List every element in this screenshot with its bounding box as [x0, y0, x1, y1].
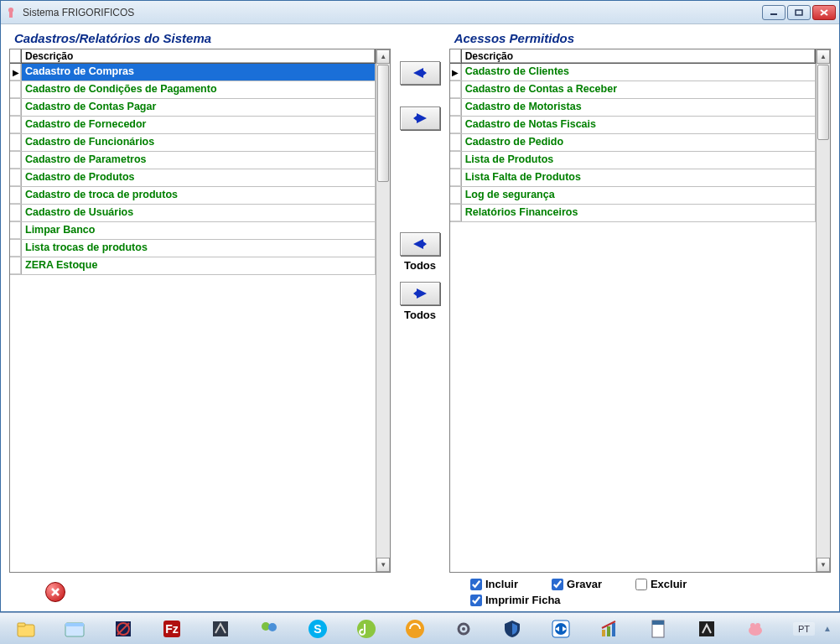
- taskbar-shield-icon[interactable]: [490, 615, 535, 643]
- excluir-checkbox[interactable]: Excluir: [635, 578, 687, 590]
- list-item[interactable]: Lista de Produtos: [450, 152, 816, 169]
- taskbar-app4-icon[interactable]: [684, 615, 729, 643]
- taskbar-chart-icon[interactable]: [587, 615, 632, 643]
- row-label: Cadastro de Contas a Receber: [462, 81, 816, 98]
- row-marker: [450, 117, 462, 133]
- taskbar[interactable]: Fz S PT ▲: [0, 612, 840, 644]
- incluir-checkbox[interactable]: Incluir: [470, 578, 518, 590]
- list-item[interactable]: Cadastro de Motoristas: [450, 99, 816, 117]
- list-item[interactable]: Cadastro de Parametros: [10, 152, 376, 169]
- taskbar-doc-icon[interactable]: [635, 615, 681, 643]
- taskbar-explorer-icon[interactable]: [3, 615, 49, 643]
- list-item[interactable]: Limpar Banco: [10, 222, 376, 240]
- list-item[interactable]: Lista trocas de produtos: [10, 240, 376, 257]
- scroll-thumb[interactable]: [377, 65, 389, 182]
- maximize-button[interactable]: [787, 5, 811, 20]
- svg-rect-36: [612, 623, 615, 636]
- list-item[interactable]: Cadastro de troca de produtos: [10, 187, 376, 205]
- imprimir-checkbox[interactable]: Imprimir Ficha: [470, 594, 822, 606]
- scroll-down-icon[interactable]: ▼: [817, 558, 830, 572]
- right-scrollbar[interactable]: ▲ ▼: [816, 49, 830, 572]
- window-title: Sistema FRIGORIFICOS: [23, 7, 762, 18]
- move-all-left-button[interactable]: [400, 282, 440, 305]
- left-panel: Cadastros/Relatórios do Sistema Descriçã…: [9, 29, 391, 573]
- exit-button[interactable]: [45, 582, 65, 602]
- scroll-up-icon[interactable]: ▲: [376, 49, 390, 64]
- row-marker: [10, 134, 22, 151]
- tray-expand-icon[interactable]: ▲: [823, 624, 832, 633]
- right-panel-title: Acessos Permitidos: [449, 29, 831, 49]
- list-item[interactable]: Cadastro de Notas Fiscais: [450, 117, 816, 134]
- move-all-right-button[interactable]: [400, 232, 440, 256]
- right-panel: Acessos Permitidos Descrição ▶Cadastro d…: [449, 29, 831, 573]
- list-item[interactable]: Cadastro de Fornecedor: [10, 117, 376, 134]
- list-item[interactable]: Cadastro de Funcionários: [10, 134, 376, 152]
- taskbar-app3-icon[interactable]: [392, 615, 438, 643]
- move-all-left-label: Todos: [404, 309, 436, 321]
- taskbar-teamviewer-icon[interactable]: [538, 615, 583, 643]
- svg-rect-3: [796, 10, 802, 15]
- row-label: Cadastro de troca de produtos: [22, 187, 376, 204]
- move-left-button[interactable]: [400, 106, 440, 130]
- row-marker: [10, 222, 22, 239]
- bottom-bar: Incluir Gravar Excluir Imprimir Ficha: [9, 573, 831, 611]
- row-marker: [10, 257, 22, 274]
- taskbar-filezilla-icon[interactable]: Fz: [149, 615, 194, 643]
- titlebar[interactable]: Sistema FRIGORIFICOS: [1, 1, 839, 24]
- minimize-button[interactable]: [762, 5, 786, 20]
- left-grid-header[interactable]: Descrição: [22, 49, 376, 63]
- row-marker: [450, 205, 462, 221]
- svg-rect-35: [607, 626, 610, 636]
- taskbar-messenger-icon[interactable]: [246, 615, 292, 643]
- taskbar-settings-icon[interactable]: [441, 615, 486, 643]
- svg-point-29: [462, 627, 465, 631]
- row-marker: [450, 169, 462, 186]
- gravar-checkbox[interactable]: Gravar: [552, 578, 602, 590]
- list-item[interactable]: Cadastro de Contas Pagar: [10, 99, 376, 117]
- taskbar-app1-icon[interactable]: [101, 615, 146, 643]
- list-item[interactable]: ▶Cadastro de Compras: [10, 64, 376, 81]
- move-right-button[interactable]: [400, 61, 440, 85]
- row-marker: [10, 117, 22, 133]
- scroll-up-icon[interactable]: ▲: [817, 49, 830, 64]
- row-marker: ▶: [10, 64, 22, 80]
- transfer-buttons: Todos Todos: [394, 29, 445, 573]
- right-grid-header[interactable]: Descrição: [462, 49, 816, 63]
- left-scrollbar[interactable]: ▲ ▼: [376, 49, 390, 572]
- taskbar-app2-icon[interactable]: [198, 615, 243, 643]
- list-item[interactable]: Cadastro de Contas a Receber: [450, 81, 816, 99]
- taskbar-skype-icon[interactable]: S: [295, 615, 340, 643]
- list-item[interactable]: Lista Falta de Produtos: [450, 169, 816, 187]
- scroll-thumb[interactable]: [817, 65, 829, 140]
- list-item[interactable]: ▶Cadastro de Clientes: [450, 64, 816, 81]
- row-label: Cadastro de Motoristas: [462, 99, 816, 116]
- close-button[interactable]: [812, 5, 836, 20]
- list-item[interactable]: ZERA Estoque: [10, 257, 376, 275]
- list-item[interactable]: Log de segurança: [450, 187, 816, 205]
- row-label: Cadastro de Condições de Pagamento: [22, 81, 376, 98]
- list-item[interactable]: Cadastro de Produtos: [10, 169, 376, 187]
- application-window: Sistema FRIGORIFICOS Cadastros/Relatório…: [0, 0, 840, 612]
- list-item[interactable]: Cadastro de Pedido: [450, 134, 816, 152]
- row-marker: [10, 81, 22, 98]
- scroll-down-icon[interactable]: ▼: [376, 558, 390, 572]
- app-icon: [4, 6, 18, 19]
- left-grid-body[interactable]: ▶Cadastro de ComprasCadastro de Condiçõe…: [10, 64, 376, 572]
- right-grid-body[interactable]: ▶Cadastro de ClientesCadastro de Contas …: [450, 64, 816, 572]
- list-item[interactable]: Cadastro de Usuários: [10, 205, 376, 222]
- svg-rect-13: [18, 623, 25, 626]
- row-marker: ▶: [450, 64, 462, 80]
- row-marker: [10, 205, 22, 221]
- system-tray[interactable]: PT ▲: [793, 622, 837, 636]
- language-indicator[interactable]: PT: [793, 622, 815, 636]
- row-label: Log de segurança: [462, 187, 816, 204]
- list-item[interactable]: Cadastro de Condições de Pagamento: [10, 81, 376, 99]
- row-marker: [450, 187, 462, 204]
- taskbar-music-icon[interactable]: [344, 615, 389, 643]
- taskbar-pig-icon[interactable]: [733, 615, 778, 643]
- row-label: Cadastro de Pedido: [462, 134, 816, 151]
- taskbar-folder-icon[interactable]: [52, 615, 97, 643]
- row-label: Limpar Banco: [22, 222, 376, 239]
- row-marker: [450, 134, 462, 151]
- list-item[interactable]: Relatórios Financeiros: [450, 205, 816, 222]
